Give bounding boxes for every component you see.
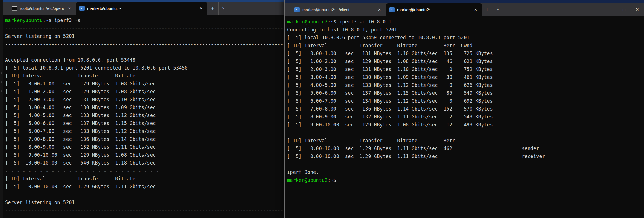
terminal-line: [ 5] 9.00-10.00 sec 129 MBytes 1.08 Gbit… — [287, 121, 644, 129]
prompt-user: marker@ubuntu2 — [287, 19, 328, 25]
background-window-sliver-dot — [1, 90, 2, 92]
tab-close-button[interactable]: × — [198, 6, 204, 11]
terminal-line: [ 5] 0.00-1.00 sec 129 MBytes 1.08 Gbits… — [5, 80, 284, 88]
terminal-line: Accepted connection from 10.8.0.6, port … — [5, 56, 284, 64]
window-title-band — [285, 0, 644, 3]
terminal-line: - - - - - - - - - - - - - - - - - - - - … — [5, 167, 284, 175]
terminal-line — [287, 160, 644, 168]
terminal-content-client[interactable]: marker@ubuntu2:~$ iperf3 -c 10.8.0.1Conn… — [285, 16, 644, 184]
terminal-line: marker@ubuntu2:~$ — [287, 176, 644, 184]
terminal-line: [ 5] 3.00-4.00 sec 130 MBytes 1.09 Gbits… — [5, 103, 284, 111]
terminal-line: ----------------------------------------… — [5, 206, 284, 214]
tab[interactable]: ›_marker@ubuntu: ~× — [76, 2, 207, 15]
terminal-line: [ ID] Interval Transfer Bitrate Retr — [287, 137, 644, 144]
prompt-command: $ — [333, 177, 339, 183]
tab-bar: root@ubuntu: /etc/openvpn×›_marker@ubunt… — [3, 2, 284, 15]
terminal-line: Server listening on 5201 — [5, 198, 284, 206]
terminal-line: marker@ubuntu2:~$ iperf3 -c 10.8.0.1 — [287, 18, 644, 26]
window-accent-strip — [3, 0, 284, 2]
powershell-icon: ›_ — [389, 7, 395, 12]
terminal-line: [ 5] 2.00-3.00 sec 131 MBytes 1.10 Gbits… — [287, 65, 644, 73]
terminal-line: [ 5] local 10.8.0.1 port 5201 connected … — [5, 64, 284, 72]
prompt-path: ~ — [331, 177, 333, 183]
prompt-separator: : — [328, 19, 330, 25]
terminal-window-server: root@ubuntu: /etc/openvpn×›_marker@ubunt… — [3, 0, 284, 218]
terminal-line: [ 5] 9.00-10.00 sec 129 MBytes 1.08 Gbit… — [5, 151, 284, 159]
prompt-path: ~ — [331, 19, 333, 25]
terminal-line: [ 5] 5.00-6.00 sec 137 MBytes 1.15 Gbits… — [287, 89, 644, 97]
terminal-line: [ 5] 6.00-7.00 sec 133 MBytes 1.12 Gbits… — [5, 127, 284, 135]
terminal-line: [ 5] 4.00-5.00 sec 133 MBytes 1.12 Gbits… — [287, 81, 644, 89]
tab-close-button[interactable]: × — [376, 7, 382, 12]
terminal-line: [ 5] 10.00-10.00 sec 540 KBytes 1.18 Gbi… — [5, 159, 284, 167]
tab-close-button[interactable]: × — [473, 7, 479, 12]
prompt-command: $ iperf3 -s — [49, 18, 81, 23]
prompt-path: ~ — [46, 18, 48, 23]
maximize-button[interactable]: □ — [617, 3, 631, 16]
terminal-line: [ 5] 8.00-9.00 sec 132 MBytes 1.11 Gbits… — [5, 143, 284, 151]
terminal-line: [ 5] 7.00-8.00 sec 136 MBytes 1.14 Gbits… — [287, 105, 644, 113]
terminal-window-client: ›_marker@ubuntu2: ~/client×›_marker@ubun… — [284, 0, 644, 218]
prompt-user: marker@ubuntu2 — [287, 177, 328, 183]
new-tab-button[interactable]: + — [207, 2, 218, 15]
tab-dropdown-button[interactable]: ∨ — [218, 2, 228, 15]
terminal-line: [ 5] 6.00-7.00 sec 134 MBytes 1.12 Gbits… — [287, 97, 644, 105]
terminal-line: ----------------------------------------… — [5, 40, 284, 48]
terminal-line: [ 5] 3.00-4.00 sec 130 MBytes 1.09 Gbits… — [287, 73, 644, 81]
new-tab-button[interactable]: + — [482, 3, 492, 16]
tab-title: marker@ubuntu2: ~/client — [302, 8, 350, 12]
prompt-user: marker@ubuntu — [5, 18, 43, 23]
terminal-line: iperf Done. — [287, 168, 644, 176]
terminal-line: marker@ubuntu:~$ iperf3 -s — [5, 16, 284, 24]
tab-bar: ›_marker@ubuntu2: ~/client×›_marker@ubun… — [285, 3, 644, 16]
terminal-line — [5, 48, 284, 56]
powershell-icon: ›_ — [294, 7, 300, 12]
terminal-line: [ ID] Interval Transfer Bitrate Retr Cwn… — [287, 42, 644, 49]
terminal-line: - - - - - - - - - - - - - - - - - - - - … — [287, 129, 644, 137]
terminal-line: [ 5] 1.00-2.00 sec 129 MBytes 1.08 Gbits… — [287, 57, 644, 65]
tab-title: marker@ubuntu2: ~ — [397, 8, 434, 12]
terminal-line: [ 5] 7.00-8.00 sec 136 MBytes 1.14 Gbits… — [5, 135, 284, 143]
tab-dropdown-button[interactable]: ∨ — [493, 3, 503, 16]
terminal-line: ----------------------------------------… — [5, 191, 284, 198]
close-button[interactable]: × — [631, 3, 644, 16]
prompt-separator: : — [43, 18, 46, 23]
terminal-line: [ 5] 5.00-6.00 sec 137 MBytes 1.15 Gbits… — [5, 119, 284, 127]
tab-close-button[interactable]: × — [67, 6, 72, 11]
prompt-separator: : — [328, 177, 330, 183]
text-cursor — [340, 177, 340, 183]
terminal-line: [ 5] 0.00-10.00 sec 1.29 GBytes 1.11 Gbi… — [287, 144, 644, 152]
tab[interactable]: ›_marker@ubuntu2: ~× — [386, 3, 482, 16]
prompt-command: $ iperf3 -c 10.8.0.1 — [333, 19, 391, 25]
terminal-line: ----------------------------------------… — [5, 24, 284, 32]
tab-title: marker@ubuntu: ~ — [87, 6, 121, 11]
terminal-line: [ 5] 0.00-10.00 sec 1.29 GBytes 1.11 Gbi… — [287, 152, 644, 160]
minimize-button[interactable]: − — [604, 3, 617, 16]
background-window-sliver-dot — [1, 81, 2, 83]
terminal-line: [ ID] Interval Transfer Bitrate — [5, 72, 284, 80]
terminal-line: [ ID] Interval Transfer Bitrate — [5, 175, 284, 183]
terminal-line: [ 5] local 10.8.0.6 port 53450 connected… — [287, 34, 644, 42]
terminal-line: Connecting to host 10.8.0.1, port 5201 — [287, 26, 644, 34]
tab-title: root@ubuntu: /etc/openvpn — [20, 6, 64, 11]
powershell-icon: ›_ — [79, 6, 85, 11]
terminal-line: [ 5] 8.00-9.00 sec 132 MBytes 1.11 Gbits… — [287, 113, 644, 121]
window-controls: − □ × — [604, 3, 644, 16]
background-window-sliver-dot — [1, 72, 2, 74]
tab[interactable]: ›_marker@ubuntu2: ~/client× — [291, 3, 386, 16]
terminal-line: [ 5] 2.00-3.00 sec 131 MBytes 1.10 Gbits… — [5, 96, 284, 103]
terminal-line: [ 5] 1.00-2.00 sec 129 MBytes 1.08 Gbits… — [5, 88, 284, 96]
console-icon — [12, 6, 17, 11]
terminal-line: [ 5] 4.00-5.00 sec 133 MBytes 1.12 Gbits… — [5, 111, 284, 119]
terminal-line: [ 5] 0.00-10.00 sec 1.29 GBytes 1.11 Gbi… — [5, 183, 284, 191]
terminal-content-server[interactable]: marker@ubuntu:~$ iperf3 -s--------------… — [3, 15, 284, 214]
terminal-line: Server listening on 5201 — [5, 32, 284, 40]
terminal-line: [ 5] 0.00-1.00 sec 131 MBytes 1.10 Gbits… — [287, 49, 644, 57]
tab[interactable]: root@ubuntu: /etc/openvpn× — [8, 2, 76, 15]
